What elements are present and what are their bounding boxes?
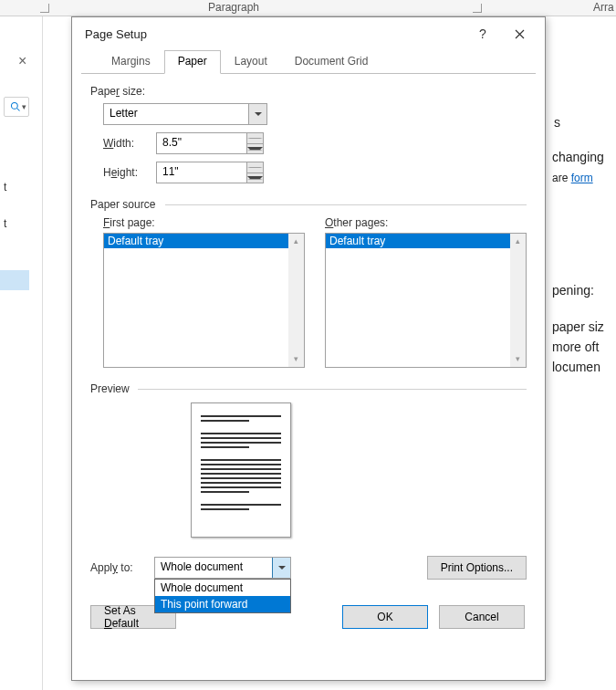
- height-spinner[interactable]: 11": [156, 162, 264, 183]
- search-icon: [10, 101, 21, 112]
- other-pages-listbox[interactable]: Default tray ▴▾: [325, 233, 527, 368]
- tab-layout[interactable]: Layout: [221, 50, 281, 74]
- apply-to-combo[interactable]: Whole document Whole document This point…: [154, 557, 291, 579]
- width-value[interactable]: 8.5": [157, 133, 246, 153]
- page-setup-dialog: Page Setup ? Margins Paper Layout Docume…: [71, 16, 546, 681]
- apply-to-dropdown: Whole document This point forward: [154, 579, 291, 613]
- chevron-down-icon: [255, 112, 262, 116]
- spin-down-button[interactable]: [247, 144, 263, 154]
- apply-to-value: Whole document: [155, 558, 272, 578]
- ribbon-group-arrange: Arra: [593, 1, 614, 14]
- help-icon: ?: [479, 26, 486, 41]
- dialog-title: Page Setup: [85, 27, 465, 41]
- paper-source-label: Paper source: [90, 198, 527, 211]
- chevron-down-icon: [247, 147, 263, 151]
- titlebar: Page Setup ?: [72, 17, 545, 50]
- preview-page: [191, 402, 291, 538]
- dialog-launcher-icon[interactable]: [473, 4, 482, 13]
- cancel-button[interactable]: Cancel: [439, 605, 525, 629]
- ok-button[interactable]: OK: [342, 605, 428, 629]
- scroll-down-icon[interactable]: ▾: [516, 351, 520, 367]
- dropdown-option[interactable]: This point forward: [155, 596, 290, 612]
- tab-document-grid[interactable]: Document Grid: [281, 50, 382, 74]
- close-button[interactable]: [501, 19, 538, 48]
- print-options-button[interactable]: Print Options...: [427, 556, 527, 580]
- doc-text: changing: [552, 150, 604, 164]
- navigation-pane: × ▾ t t: [0, 16, 43, 690]
- ribbon-group-paragraph: Paragraph: [208, 1, 259, 14]
- list-item[interactable]: Default tray: [326, 234, 526, 248]
- height-value[interactable]: 11": [157, 162, 246, 183]
- apply-to-label: Apply to:: [90, 561, 154, 574]
- scrollbar[interactable]: ▴▾: [288, 234, 304, 367]
- chevron-up-icon: [247, 138, 263, 139]
- first-page-label: First page:: [103, 216, 305, 229]
- nav-item[interactable]: t: [4, 181, 24, 197]
- combo-arrow[interactable]: [248, 104, 266, 124]
- tab-paper[interactable]: Paper: [164, 50, 221, 74]
- doc-text: more oft: [552, 340, 599, 354]
- dialog-launcher-icon[interactable]: [40, 4, 49, 13]
- nav-item-selected[interactable]: [0, 270, 29, 290]
- svg-line-1: [17, 109, 20, 111]
- dropdown-option[interactable]: Whole document: [155, 580, 290, 596]
- chevron-down-icon: [247, 176, 263, 180]
- search-input[interactable]: ▾: [4, 97, 29, 117]
- other-pages-label: Other pages:: [325, 216, 527, 229]
- nav-item[interactable]: t: [4, 217, 24, 234]
- chevron-down-icon: [278, 566, 286, 570]
- combo-arrow[interactable]: [272, 558, 290, 578]
- doc-text: are form: [552, 170, 593, 184]
- chevron-down-icon[interactable]: ▾: [22, 102, 26, 111]
- list-item[interactable]: Default tray: [104, 234, 304, 248]
- doc-text: s: [554, 115, 560, 130]
- dialog-body: Paper size: Letter Width: 8.5" Height: 1…: [72, 74, 545, 640]
- first-page-listbox[interactable]: Default tray ▴▾: [103, 233, 305, 368]
- doc-link[interactable]: form: [571, 172, 593, 184]
- width-label: Width:: [103, 137, 156, 150]
- scroll-up-icon[interactable]: ▴: [516, 234, 520, 249]
- spin-up-button[interactable]: [247, 133, 263, 144]
- tab-margins[interactable]: Margins: [98, 50, 164, 74]
- ribbon-groups-strip: Paragraph Arra: [0, 0, 616, 16]
- doc-text: paper siz: [552, 319, 604, 334]
- width-spinner[interactable]: 8.5": [156, 132, 264, 154]
- scroll-up-icon[interactable]: ▴: [294, 234, 298, 249]
- scroll-down-icon[interactable]: ▾: [294, 351, 298, 367]
- tab-strip: Margins Paper Layout Document Grid: [72, 50, 545, 74]
- doc-text-plain: are: [552, 172, 571, 184]
- spin-up-button[interactable]: [247, 162, 263, 173]
- close-icon[interactable]: ×: [18, 53, 26, 69]
- spin-down-button[interactable]: [247, 173, 263, 183]
- doc-text: locumen: [552, 360, 600, 374]
- paper-size-value: Letter: [104, 104, 248, 124]
- height-label: Height:: [103, 166, 156, 179]
- chevron-up-icon: [247, 167, 263, 168]
- svg-point-0: [12, 103, 18, 110]
- doc-text: pening:: [552, 283, 594, 298]
- preview-label: Preview: [90, 382, 527, 395]
- scrollbar[interactable]: ▴▾: [510, 234, 526, 367]
- paper-size-label: Paper size:: [90, 85, 527, 98]
- help-button[interactable]: ?: [465, 19, 501, 48]
- close-icon: [515, 29, 525, 39]
- paper-size-combo[interactable]: Letter: [103, 103, 267, 125]
